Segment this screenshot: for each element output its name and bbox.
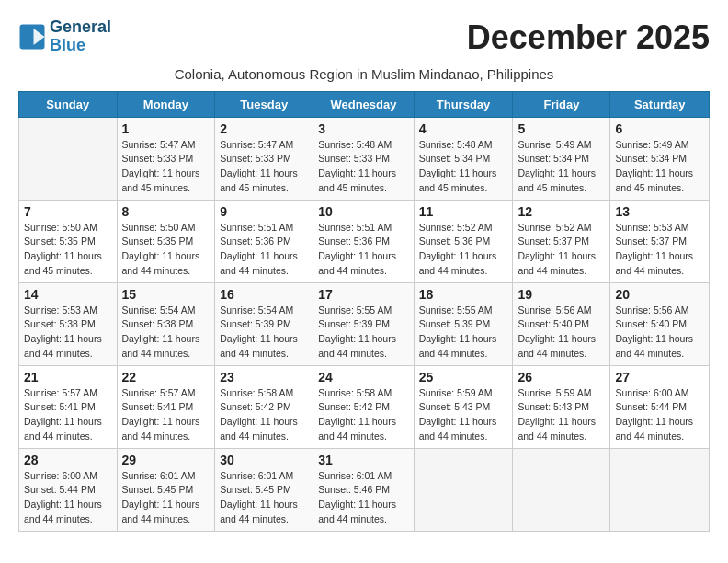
calendar-cell: 18Sunrise: 5:55 AM Sunset: 5:39 PM Dayli… [414, 282, 513, 365]
day-info: Sunrise: 5:48 AM Sunset: 5:34 PM Dayligh… [419, 138, 508, 196]
day-number: 3 [318, 121, 408, 136]
calendar-cell: 5Sunrise: 5:49 AM Sunset: 5:34 PM Daylig… [513, 117, 610, 200]
weekday-header-thursday: Thursday [414, 91, 513, 117]
day-info: Sunrise: 5:53 AM Sunset: 5:37 PM Dayligh… [615, 221, 704, 279]
day-number: 21 [24, 370, 112, 385]
calendar-cell: 29Sunrise: 6:01 AM Sunset: 5:45 PM Dayli… [117, 448, 215, 531]
day-number: 29 [122, 453, 210, 467]
day-info: Sunrise: 5:51 AM Sunset: 5:36 PM Dayligh… [318, 221, 408, 279]
day-info: Sunrise: 5:50 AM Sunset: 5:35 PM Dayligh… [24, 221, 112, 279]
weekday-header-monday: Monday [117, 91, 215, 117]
day-number: 22 [122, 370, 210, 385]
day-number: 17 [318, 287, 408, 302]
day-number: 4 [419, 121, 508, 136]
day-number: 14 [24, 287, 112, 302]
calendar-week-row: 21Sunrise: 5:57 AM Sunset: 5:41 PM Dayli… [19, 365, 710, 448]
weekday-header-wednesday: Wednesday [313, 91, 414, 117]
day-number: 27 [615, 370, 704, 385]
day-number: 26 [518, 370, 605, 385]
calendar-week-row: 7Sunrise: 5:50 AM Sunset: 5:35 PM Daylig… [19, 200, 710, 282]
calendar-cell: 2Sunrise: 5:47 AM Sunset: 5:33 PM Daylig… [215, 117, 313, 200]
day-number: 28 [24, 453, 112, 467]
calendar-cell: 15Sunrise: 5:54 AM Sunset: 5:38 PM Dayli… [117, 282, 215, 365]
weekday-header-tuesday: Tuesday [215, 91, 313, 117]
calendar-week-row: 28Sunrise: 6:00 AM Sunset: 5:44 PM Dayli… [19, 448, 710, 531]
logo-text: General Blue [50, 18, 111, 55]
day-number: 20 [615, 287, 704, 302]
calendar-cell: 23Sunrise: 5:58 AM Sunset: 5:42 PM Dayli… [215, 365, 313, 448]
day-info: Sunrise: 5:55 AM Sunset: 5:39 PM Dayligh… [318, 304, 408, 362]
day-number: 13 [615, 204, 704, 219]
day-number: 1 [122, 121, 210, 136]
day-number: 15 [122, 287, 210, 302]
logo-icon [18, 23, 46, 51]
day-info: Sunrise: 5:54 AM Sunset: 5:39 PM Dayligh… [220, 304, 308, 362]
calendar-cell: 19Sunrise: 5:56 AM Sunset: 5:40 PM Dayli… [513, 282, 610, 365]
day-info: Sunrise: 5:59 AM Sunset: 5:43 PM Dayligh… [419, 386, 508, 444]
calendar-cell [414, 448, 513, 531]
day-number: 10 [318, 204, 408, 219]
calendar-cell: 13Sunrise: 5:53 AM Sunset: 5:37 PM Dayli… [610, 200, 710, 282]
day-number: 18 [419, 287, 508, 302]
day-info: Sunrise: 5:58 AM Sunset: 5:42 PM Dayligh… [318, 386, 408, 444]
calendar-cell: 4Sunrise: 5:48 AM Sunset: 5:34 PM Daylig… [414, 117, 513, 200]
day-info: Sunrise: 5:51 AM Sunset: 5:36 PM Dayligh… [220, 221, 308, 279]
day-number: 6 [615, 121, 704, 136]
day-info: Sunrise: 6:00 AM Sunset: 5:44 PM Dayligh… [615, 386, 704, 444]
day-number: 25 [419, 370, 508, 385]
calendar-cell: 1Sunrise: 5:47 AM Sunset: 5:33 PM Daylig… [117, 117, 215, 200]
location-title: Colonia, Autonomous Region in Muslim Min… [18, 66, 710, 82]
calendar-cell: 21Sunrise: 5:57 AM Sunset: 5:41 PM Dayli… [19, 365, 118, 448]
calendar-cell: 14Sunrise: 5:53 AM Sunset: 5:38 PM Dayli… [19, 282, 118, 365]
day-number: 24 [318, 370, 408, 385]
day-number: 5 [518, 121, 605, 136]
page-container: General Blue December 2025 Colonia, Auto… [18, 18, 710, 532]
calendar-cell: 9Sunrise: 5:51 AM Sunset: 5:36 PM Daylig… [215, 200, 313, 282]
day-number: 23 [220, 370, 308, 385]
calendar-cell: 12Sunrise: 5:52 AM Sunset: 5:37 PM Dayli… [513, 200, 610, 282]
day-info: Sunrise: 5:57 AM Sunset: 5:41 PM Dayligh… [122, 386, 210, 444]
weekday-header-sunday: Sunday [19, 91, 118, 117]
day-number: 8 [122, 204, 210, 219]
calendar-cell: 26Sunrise: 5:59 AM Sunset: 5:43 PM Dayli… [513, 365, 610, 448]
day-info: Sunrise: 5:59 AM Sunset: 5:43 PM Dayligh… [518, 386, 605, 444]
calendar-cell: 28Sunrise: 6:00 AM Sunset: 5:44 PM Dayli… [19, 448, 118, 531]
calendar-cell: 20Sunrise: 5:56 AM Sunset: 5:40 PM Dayli… [610, 282, 710, 365]
calendar-cell [610, 448, 710, 531]
day-number: 16 [220, 287, 308, 302]
calendar-cell: 17Sunrise: 5:55 AM Sunset: 5:39 PM Dayli… [313, 282, 414, 365]
day-info: Sunrise: 5:48 AM Sunset: 5:33 PM Dayligh… [318, 138, 408, 196]
day-number: 7 [24, 204, 112, 219]
day-number: 9 [220, 204, 308, 219]
calendar-cell: 7Sunrise: 5:50 AM Sunset: 5:35 PM Daylig… [19, 200, 118, 282]
calendar-cell: 31Sunrise: 6:01 AM Sunset: 5:46 PM Dayli… [313, 448, 414, 531]
calendar-cell: 3Sunrise: 5:48 AM Sunset: 5:33 PM Daylig… [313, 117, 414, 200]
day-info: Sunrise: 6:01 AM Sunset: 5:45 PM Dayligh… [220, 469, 308, 527]
calendar-cell: 30Sunrise: 6:01 AM Sunset: 5:45 PM Dayli… [215, 448, 313, 531]
calendar-cell [19, 117, 118, 200]
day-number: 31 [318, 453, 408, 467]
calendar-cell: 8Sunrise: 5:50 AM Sunset: 5:35 PM Daylig… [117, 200, 215, 282]
calendar-cell: 24Sunrise: 5:58 AM Sunset: 5:42 PM Dayli… [313, 365, 414, 448]
day-info: Sunrise: 6:01 AM Sunset: 5:46 PM Dayligh… [318, 469, 408, 527]
day-number: 2 [220, 121, 308, 136]
day-info: Sunrise: 6:00 AM Sunset: 5:44 PM Dayligh… [24, 469, 112, 527]
day-info: Sunrise: 5:56 AM Sunset: 5:40 PM Dayligh… [615, 304, 704, 362]
day-info: Sunrise: 5:50 AM Sunset: 5:35 PM Dayligh… [122, 221, 210, 279]
day-info: Sunrise: 5:52 AM Sunset: 5:36 PM Dayligh… [419, 221, 508, 279]
calendar-table: SundayMondayTuesdayWednesdayThursdayFrid… [18, 91, 710, 532]
calendar-cell: 16Sunrise: 5:54 AM Sunset: 5:39 PM Dayli… [215, 282, 313, 365]
weekday-header-saturday: Saturday [610, 91, 710, 117]
logo: General Blue [18, 18, 111, 55]
day-info: Sunrise: 6:01 AM Sunset: 5:45 PM Dayligh… [122, 469, 210, 527]
calendar-week-row: 14Sunrise: 5:53 AM Sunset: 5:38 PM Dayli… [19, 282, 710, 365]
day-number: 19 [518, 287, 605, 302]
day-info: Sunrise: 5:54 AM Sunset: 5:38 PM Dayligh… [122, 304, 210, 362]
day-number: 12 [518, 204, 605, 219]
calendar-cell: 25Sunrise: 5:59 AM Sunset: 5:43 PM Dayli… [414, 365, 513, 448]
day-info: Sunrise: 5:52 AM Sunset: 5:37 PM Dayligh… [518, 221, 605, 279]
day-info: Sunrise: 5:47 AM Sunset: 5:33 PM Dayligh… [220, 138, 308, 196]
day-info: Sunrise: 5:49 AM Sunset: 5:34 PM Dayligh… [518, 138, 605, 196]
day-info: Sunrise: 5:57 AM Sunset: 5:41 PM Dayligh… [24, 386, 112, 444]
weekday-header-friday: Friday [513, 91, 610, 117]
